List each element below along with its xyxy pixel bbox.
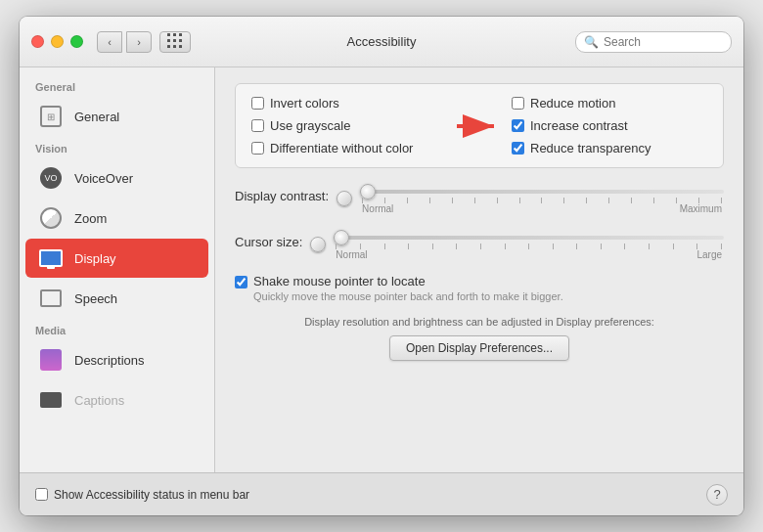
- sidebar-label-descriptions: Descriptions: [74, 353, 145, 368]
- general-icon: ⊞: [37, 103, 65, 130]
- shake-mouse-desc: Quickly move the mouse pointer back and …: [253, 290, 563, 302]
- use-grayscale-checkbox[interactable]: [251, 119, 264, 132]
- cursor-size-slider[interactable]: [334, 236, 724, 240]
- use-grayscale-item: Use grayscale: [251, 118, 447, 133]
- contrast-min-label: Normal: [362, 203, 393, 214]
- zoom-icon: [37, 204, 65, 232]
- shake-mouse-checkbox[interactable]: [235, 276, 247, 288]
- shake-mouse-text: Shake mouse pointer to locate Quickly mo…: [253, 274, 563, 302]
- cursor-thumb-icon: [310, 237, 326, 252]
- invert-colors-item: Invert colors: [251, 96, 447, 111]
- minimize-button[interactable]: [51, 35, 64, 48]
- display-contrast-label: Display contrast:: [235, 189, 329, 203]
- descriptions-icon: [37, 346, 65, 374]
- sidebar-item-captions[interactable]: Captions: [25, 380, 208, 420]
- display-prefs-text: Display resolution and brightness can be…: [235, 316, 724, 328]
- accessibility-status-label: Show Accessibility status in menu bar: [54, 488, 249, 502]
- red-arrow-icon: [455, 111, 504, 141]
- window-body: General ⊞ General Vision VO VoiceOver Zo…: [20, 67, 743, 472]
- titlebar: ‹ › Accessibility 🔍: [20, 17, 743, 67]
- increase-contrast-item: Increase contrast: [512, 118, 707, 133]
- help-button[interactable]: ?: [706, 484, 728, 506]
- display-prefs-section: Display resolution and brightness can be…: [235, 316, 724, 361]
- main-window: ‹ › Accessibility 🔍 General ⊞ General: [20, 17, 743, 515]
- sidebar-item-descriptions[interactable]: Descriptions: [25, 340, 208, 379]
- help-icon: ?: [713, 487, 720, 502]
- close-button[interactable]: [31, 35, 44, 48]
- forward-button[interactable]: ›: [126, 31, 152, 53]
- reduce-transparency-checkbox[interactable]: [512, 142, 524, 155]
- invert-colors-checkbox[interactable]: [251, 97, 264, 110]
- invert-colors-label: Invert colors: [270, 96, 339, 111]
- back-button[interactable]: ‹: [97, 31, 122, 53]
- cursor-max-label: Large: [696, 249, 722, 260]
- section-media-label: Media: [20, 319, 214, 339]
- shake-mouse-title: Shake mouse pointer to locate: [253, 274, 563, 288]
- sidebar-label-display: Display: [74, 251, 116, 266]
- display-contrast-slider[interactable]: [360, 190, 724, 194]
- contrast-max-label: Maximum: [680, 203, 722, 214]
- cursor-size-row: Cursor size:: [235, 228, 724, 260]
- window-title: Accessibility: [347, 34, 417, 49]
- contrast-thumb-icon: [337, 191, 352, 206]
- sidebar-item-speech[interactable]: Speech: [25, 279, 208, 318]
- open-display-prefs-button[interactable]: Open Display Preferences...: [389, 335, 569, 361]
- grid-icon: [167, 33, 184, 50]
- sidebar: General ⊞ General Vision VO VoiceOver Zo…: [20, 67, 215, 472]
- search-icon: 🔍: [584, 35, 599, 49]
- differentiate-item: Differentiate without color: [251, 141, 447, 155]
- grid-view-button[interactable]: [159, 31, 191, 53]
- sidebar-item-voiceover[interactable]: VO VoiceOver: [25, 158, 208, 198]
- options-box: Invert colors Use grayscale Differentiat…: [235, 83, 724, 168]
- shake-mouse-section: Shake mouse pointer to locate Quickly mo…: [235, 274, 724, 302]
- footer: Show Accessibility status in menu bar ?: [20, 472, 743, 515]
- main-content: Invert colors Use grayscale Differentiat…: [215, 67, 743, 472]
- search-input[interactable]: [604, 35, 723, 49]
- differentiate-checkbox[interactable]: [251, 142, 264, 155]
- display-icon: [37, 244, 65, 272]
- sidebar-label-captions: Captions: [74, 393, 124, 408]
- increase-contrast-checkbox[interactable]: [512, 119, 524, 132]
- reduce-motion-checkbox[interactable]: [512, 97, 524, 110]
- sidebar-label-zoom: Zoom: [74, 211, 107, 226]
- cursor-size-label: Cursor size:: [235, 235, 302, 249]
- use-grayscale-label: Use grayscale: [270, 118, 350, 133]
- contrast-range-labels: Normal Maximum: [360, 203, 724, 214]
- display-contrast-section: Display contrast:: [235, 182, 724, 214]
- section-general-label: General: [20, 75, 214, 96]
- cursor-min-label: Normal: [336, 249, 367, 260]
- nav-buttons: ‹ ›: [97, 31, 152, 53]
- cursor-range-labels: Normal Large: [334, 249, 724, 260]
- sidebar-label-general: General: [74, 110, 119, 124]
- display-contrast-row: Display contrast:: [235, 182, 724, 214]
- arrow-container: [455, 111, 504, 141]
- speech-icon: [37, 285, 65, 312]
- maximize-button[interactable]: [70, 35, 83, 48]
- accessibility-status-checkbox[interactable]: [35, 488, 48, 501]
- search-bar[interactable]: 🔍: [575, 31, 732, 53]
- reduce-transparency-label: Reduce transparency: [530, 141, 651, 155]
- sidebar-label-voiceover: VoiceOver: [74, 171, 133, 186]
- increase-contrast-label: Increase contrast: [530, 118, 628, 133]
- voiceover-icon: VO: [37, 164, 65, 192]
- traffic-lights: [31, 35, 83, 48]
- cursor-size-section: Cursor size:: [235, 228, 724, 260]
- reduce-motion-item: Reduce motion: [512, 96, 707, 111]
- footer-left: Show Accessibility status in menu bar: [35, 488, 249, 502]
- reduce-motion-label: Reduce motion: [530, 96, 615, 111]
- sidebar-item-zoom[interactable]: Zoom: [25, 199, 208, 238]
- differentiate-label: Differentiate without color: [270, 141, 413, 155]
- section-vision-label: Vision: [20, 137, 214, 157]
- captions-icon: [37, 386, 65, 414]
- sidebar-label-speech: Speech: [74, 291, 117, 306]
- sidebar-item-general[interactable]: ⊞ General: [25, 97, 208, 136]
- reduce-transparency-item: Reduce transparency: [512, 141, 707, 155]
- sidebar-item-display[interactable]: Display: [25, 239, 208, 278]
